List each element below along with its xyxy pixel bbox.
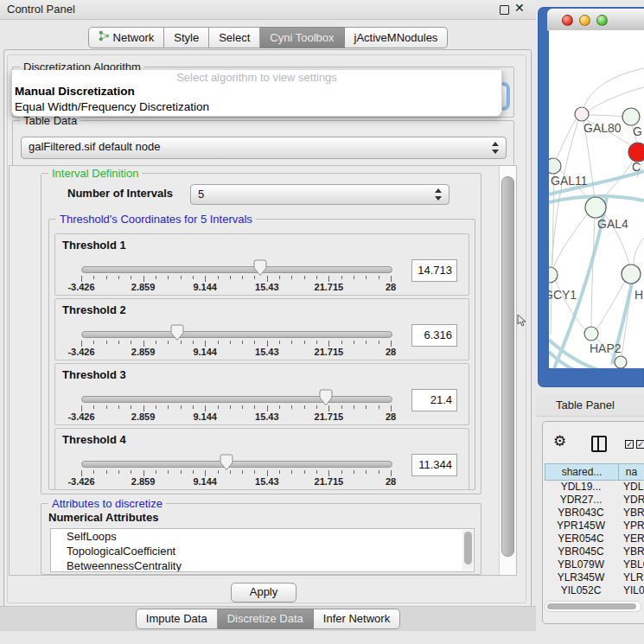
stepper-arrows-icon[interactable] [492,142,500,154]
interval-definition-group: Interval Definition Number of Intervals … [41,173,481,494]
slider-track[interactable] [81,331,392,338]
tick-label: 9.144 [193,347,217,357]
table-row[interactable]: YBL079WYBL0 [545,558,644,571]
slider-thumb[interactable] [170,324,184,341]
cell-name[interactable]: YLR3 [617,571,644,584]
tick-mark [230,341,231,344]
zoom-traffic-light[interactable] [596,15,608,26]
cell-shared-name[interactable]: YIL052C [545,584,617,597]
slider-thumb[interactable] [319,389,333,406]
list-scrollbar[interactable] [462,530,473,571]
column-header-shared-name[interactable]: shared... [545,463,619,481]
tick-mark [242,276,243,279]
tab-cyni-toolbox[interactable]: Cyni Toolbox [260,27,344,48]
minimize-traffic-light[interactable] [579,15,590,26]
algorithm-option-equal-width-frequency-discretization[interactable]: Equal Width/Frequency Discretization [15,100,209,113]
tick-mark [81,470,82,476]
node-label: GCY1 [549,288,577,302]
cell-shared-name[interactable]: YDL19... [545,481,617,494]
stepper-arrows-icon[interactable] [435,188,443,201]
tab-infer-network[interactable]: Infer Network [314,609,400,629]
table-row[interactable]: YBR045CYBR0 [545,545,644,558]
attribute-item-selfloops[interactable]: SelfLoops [51,529,474,544]
threshold-value-field[interactable]: 21.4 [411,389,457,411]
apply-button[interactable]: Apply [231,583,296,603]
network-node-c[interactable] [628,143,644,162]
network-node-gal11[interactable] [549,158,561,174]
cell-name[interactable]: YIL0 [617,584,644,597]
algorithm-option-manual-discretization[interactable]: Manual Discretization [15,85,135,98]
cell-shared-name[interactable]: YDR27... [545,494,617,507]
threshold-value-field[interactable]: 6.316 [411,324,457,347]
network-node-h[interactable] [622,265,641,284]
tick-label: 21.715 [315,282,344,292]
table-row[interactable]: YBR043CYBR0 [545,507,644,520]
slider-thumb[interactable] [220,454,233,471]
cell-name[interactable]: YER0 [617,532,644,545]
tab-impute-data[interactable]: Impute Data [136,609,218,629]
network-node-gal4[interactable] [585,197,606,218]
close-traffic-light[interactable] [562,15,573,26]
cell-shared-name[interactable]: YPR145W [545,520,617,532]
network-canvas[interactable]: GAL80GCGAL11GAL4GCY1HHAP2 [549,30,644,368]
attribute-item-betweennesscentrality[interactable]: BetweennessCentrality [51,558,474,572]
network-node-hap2[interactable] [584,327,598,341]
cell-name[interactable]: YPR1 [617,520,644,532]
gear-icon[interactable]: ⚙ [553,433,566,449]
tab-discretize-data[interactable]: Discretize Data [218,609,314,629]
cell-name[interactable]: YBR0 [617,507,644,520]
table-row[interactable]: YPR145WYPR1 [545,520,644,532]
tick-label: 2.859 [131,476,156,487]
table-row[interactable]: YDL19...YDL1 [545,481,644,494]
vertical-scrollbar[interactable] [499,166,516,575]
slider-track[interactable] [81,461,392,468]
list-scrollbar-thumb[interactable] [464,532,472,564]
tab-style[interactable]: Style [164,27,209,48]
cell-name[interactable]: YDL1 [617,481,644,494]
tick-mark [341,470,342,474]
column-header-name[interactable]: na [619,463,644,481]
network-window-titlebar[interactable] [547,9,644,31]
tick-mark [366,276,367,279]
threshold-value-field[interactable]: 14.713 [411,259,457,282]
table-data-combobox[interactable]: galFiltered.sif default node [21,137,507,159]
slider-track[interactable] [81,396,392,403]
tab-jactivemnodules[interactable]: jActiveMNodules [345,27,449,48]
number-of-intervals-combobox[interactable]: 5 [190,184,450,205]
vertical-scrollbar-thumb[interactable] [501,176,514,557]
cell-name[interactable]: YBR0 [617,545,644,558]
network-node-gal80[interactable] [575,107,589,121]
tab-select[interactable]: Select [209,27,260,48]
horizontal-scrollbar-thumb[interactable] [547,603,636,609]
table-row[interactable]: YLR345WYLR3 [545,571,644,584]
network-node-g[interactable] [622,108,640,125]
tick-label: -3.426 [67,347,94,357]
tick-mark [131,470,131,474]
cell-shared-name[interactable]: YER054C [545,532,617,545]
cell-name[interactable]: YDR2 [617,494,644,507]
table-row[interactable]: YIL052CYIL0 [545,584,644,597]
table-row[interactable]: YDR27...YDR2 [545,494,644,507]
cell-shared-name[interactable]: YBR043C [545,507,617,520]
tab-network[interactable]: Network [88,27,165,48]
tick-mark [304,405,305,409]
table-panel: ⚙ ✓ ✓ shared... na YDL19...YDL1YDR27...Y… [542,421,644,624]
attribute-item-topologicalcoefficient[interactable]: TopologicalCoefficient [51,544,474,558]
cell-shared-name[interactable]: YLR345W [545,571,617,584]
checkbox-icon[interactable]: ✓ [625,440,634,449]
cell-shared-name[interactable]: YBL079W [545,558,617,571]
slider-thumb[interactable] [253,259,267,277]
tick-label: -3.426 [67,476,94,487]
close-icon[interactable]: ✕ [514,1,525,15]
split-columns-icon[interactable] [591,436,607,452]
checkbox-icon[interactable]: ✓ [636,440,644,449]
float-window-icon[interactable] [500,5,509,15]
cell-shared-name[interactable]: YBR045C [545,545,617,558]
threshold-value-field[interactable]: 11.344 [411,454,457,476]
horizontal-scrollbar[interactable] [545,601,641,612]
network-node-gcy1[interactable] [549,267,558,283]
network-node[interactable] [615,356,627,368]
table-row[interactable]: YER054CYER0 [545,532,644,545]
slider-track[interactable] [81,266,392,273]
cell-name[interactable]: YBL0 [617,558,644,571]
